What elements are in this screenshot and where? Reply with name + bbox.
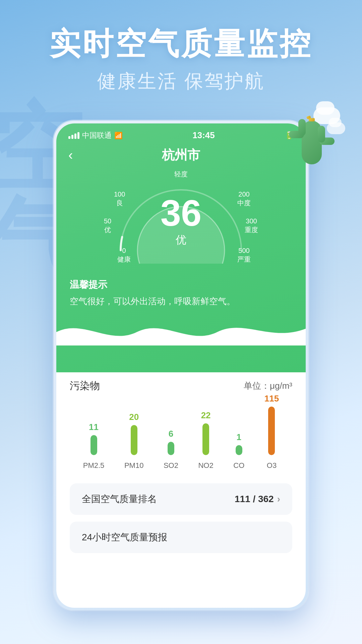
header-section: 实时空气质量监控 健康生活 保驾护航 [0, 0, 362, 94]
pollutant-bar-container [131, 425, 137, 455]
pollutant-value: 6 [169, 429, 173, 439]
pollutants-label: 污染物 [70, 379, 100, 393]
pollutant-bar-container [268, 407, 275, 455]
signal-bars-icon [68, 132, 79, 139]
signal-bar-3 [74, 133, 76, 139]
pollutant-name: O3 [267, 461, 277, 470]
pollutant-value: 115 [264, 393, 279, 404]
status-bar: 中国联通 📶 13:45 🔋 [56, 123, 306, 141]
phone-mockup: 中国联通 📶 13:45 🔋 ‹ 杭州市 [54, 121, 308, 610]
ranking-label: 全国空气质量排名 [82, 493, 157, 505]
cactus-gold-1 [309, 118, 315, 121]
main-title: 实时空气质量监控 [0, 27, 362, 61]
tips-content: 空气很好，可以外出活动，呼吸新鲜空气。 [70, 294, 292, 309]
pollutant-item: 20PM10 [124, 412, 143, 470]
pollutant-bar [90, 435, 97, 455]
ranking-value: 111 / 362 › [235, 494, 280, 504]
status-left: 中国联通 📶 [68, 130, 123, 141]
pollutant-item: 6SO2 [164, 429, 178, 470]
pollutant-item: 11PM2.5 [83, 422, 105, 470]
gauge-label-left-outer: 50 优 [104, 217, 111, 234]
pollutant-value: 20 [129, 412, 139, 422]
pollutant-value: 1 [237, 432, 241, 442]
pollutant-item: 115O3 [264, 393, 279, 470]
pollutants-grid: 11PM2.520PM106SO222NO21CO115O3 [70, 403, 292, 470]
pollutant-bar-container [90, 435, 97, 455]
sub-title: 健康生活 保驾护航 [0, 69, 362, 94]
gauge-label-left-mid: 100 良 [114, 190, 125, 207]
gauge-label-bottom-left: 0 健康 [117, 246, 131, 264]
cactus-body [302, 121, 322, 164]
wave-svg [56, 319, 306, 345]
cactus-decoration [282, 104, 342, 171]
gauge-section: 轻度 100 良 200 中度 50 优 300 [56, 166, 306, 270]
ranking-chevron-icon: › [277, 494, 280, 504]
pollutant-item: 22NO2 [198, 410, 213, 470]
pollutant-name: CO [233, 461, 244, 470]
ranking-card[interactable]: 全国空气质量排名 111 / 362 › [70, 483, 292, 515]
screen-top: 中国联通 📶 13:45 🔋 ‹ 杭州市 [56, 123, 306, 372]
phone-screen: 中国联通 📶 13:45 🔋 ‹ 杭州市 [56, 123, 306, 608]
gauge-label-bottom-right: 500 严重 [237, 246, 251, 264]
carrier-name: 中国联通 [82, 130, 112, 141]
cactus-arm-right [319, 138, 335, 145]
signal-bar-2 [71, 135, 73, 139]
gauge-label-right-mid: 200 中度 [237, 190, 251, 207]
forecast-label: 24小时空气质量预报 [82, 532, 167, 542]
screen-bottom: 污染物 单位：μg/m³ 11PM2.520PM106SO222NO21CO11… [56, 372, 306, 560]
cactus-arm-left [289, 131, 304, 138]
pollutant-item: 1CO [233, 432, 244, 470]
pollutant-value: 11 [89, 422, 99, 432]
pollutant-bar-container [168, 442, 174, 455]
tips-title: 温馨提示 [70, 278, 292, 291]
aqi-value: 36 [161, 195, 201, 231]
signal-bar-4 [77, 132, 79, 139]
nav-bar: ‹ 杭州市 [56, 141, 306, 166]
warm-tips: 温馨提示 空气很好，可以外出活动，呼吸新鲜空气。 [56, 270, 306, 319]
pollutant-name: NO2 [198, 461, 213, 470]
pollutant-bar-container [202, 423, 209, 455]
back-button[interactable]: ‹ [68, 148, 73, 163]
pollutant-value: 22 [201, 410, 211, 421]
pollutant-bar [202, 423, 209, 455]
pollutant-bar [131, 425, 137, 455]
status-time: 13:45 [192, 130, 215, 141]
pollutants-unit: 单位：μg/m³ [244, 380, 292, 392]
pollutant-name: SO2 [164, 461, 178, 470]
pollutant-name: PM10 [124, 461, 143, 470]
pollutant-bar [168, 442, 174, 455]
gauge-center: 36 优 [161, 195, 201, 248]
aqi-grade: 优 [161, 233, 201, 248]
pollutant-bar-container [236, 445, 242, 455]
signal-bar-1 [68, 136, 70, 139]
pollutant-bar [268, 407, 275, 455]
gauge-label-right-outer: 300 重度 [245, 217, 258, 234]
wifi-icon: 📶 [114, 131, 123, 140]
forecast-card[interactable]: 24小时空气质量预报 [70, 522, 292, 553]
gauge-wrapper: 轻度 100 良 200 中度 50 优 300 [104, 170, 258, 264]
wave-separator [56, 319, 306, 345]
gauge-label-top: 轻度 [174, 170, 188, 178]
pollutants-header: 污染物 单位：μg/m³ [70, 379, 292, 393]
cloud-2 [327, 122, 345, 134]
pollutant-name: PM2.5 [83, 461, 105, 470]
pollutant-bar [236, 445, 242, 455]
city-name: 杭州市 [162, 147, 200, 164]
